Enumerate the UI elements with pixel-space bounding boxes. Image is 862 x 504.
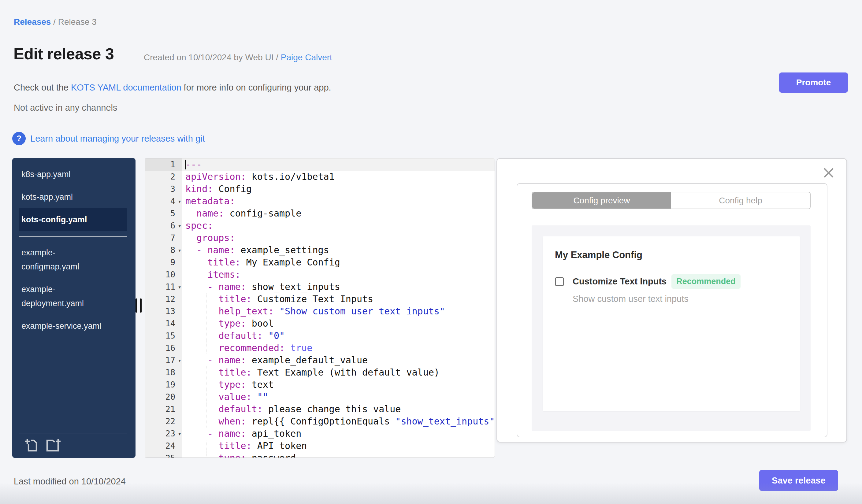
- fold-toggle-icon[interactable]: ▾: [178, 281, 181, 293]
- gutter-line-number: 12: [145, 293, 182, 305]
- file-tree-item-example-configmap.yaml[interactable]: example-configmap.yaml: [19, 241, 127, 278]
- file-tree-item-k8s-app.yaml[interactable]: k8s-app.yaml: [19, 163, 127, 186]
- recommended-badge: Recommended: [671, 274, 741, 289]
- config-preview-area: My Example Config Customize Text Inputs …: [532, 225, 811, 431]
- git-help-row: ? Learn about managing your releases wit…: [12, 132, 205, 146]
- gutter-line-number: 20: [145, 391, 182, 403]
- code-text: groups:: [182, 232, 495, 244]
- code-text: value: "": [182, 391, 495, 403]
- code-text: kind: Config: [182, 183, 495, 195]
- code-line-23[interactable]: 23▾ - name: api_token: [145, 427, 495, 440]
- code-line-9[interactable]: 9 title: My Example Config: [145, 256, 495, 268]
- code-line-24[interactable]: 24 title: API token: [145, 440, 495, 452]
- code-text: title: My Example Config: [182, 256, 495, 268]
- code-line-2[interactable]: 2apiVersion: kots.io/v1beta1: [145, 171, 495, 183]
- left-splitter-grip-a[interactable]: [135, 299, 138, 313]
- code-line-4[interactable]: 4▾metadata:: [145, 195, 495, 207]
- created-text: Created on 10/10/2024 by Web UI /: [144, 53, 281, 62]
- code-text: when: repl{{ ConfigOptionEquals "show_te…: [182, 415, 495, 427]
- code-line-11[interactable]: 11▾ - name: show_text_inputs: [145, 281, 495, 293]
- code-text: type: password: [182, 452, 495, 458]
- gutter-line-number: 2: [145, 171, 182, 183]
- code-text: default: "0": [182, 330, 495, 342]
- file-tree-item-example-deployment.yaml[interactable]: example-deployment.yaml: [19, 278, 127, 315]
- file-tree-item-kots-app.yaml[interactable]: kots-app.yaml: [19, 186, 127, 208]
- code-line-3[interactable]: 3kind: Config: [145, 183, 495, 195]
- file-tree-group-divider: [19, 236, 127, 237]
- breadcrumb: Releases / Release 3: [14, 17, 97, 27]
- file-tree-item-kots-config.yaml[interactable]: kots-config.yaml: [19, 208, 127, 231]
- yaml-code-editor[interactable]: 1---2apiVersion: kots.io/v1beta13kind: C…: [145, 158, 495, 458]
- config-tab-bar: Config preview Config help: [532, 192, 811, 209]
- config-panel-card: Config preview Config help My Example Co…: [517, 183, 827, 437]
- code-line-7[interactable]: 7 groups:: [145, 232, 495, 244]
- code-line-13[interactable]: 13 help_text: "Show custom user text inp…: [145, 305, 495, 317]
- gutter-line-number: 14: [145, 317, 182, 330]
- gutter-line-number: 23▾: [145, 427, 182, 440]
- gutter-line-number: 21: [145, 403, 182, 415]
- author-link[interactable]: Paige Calvert: [281, 53, 332, 62]
- new-file-icon[interactable]: [23, 437, 39, 454]
- code-line-15[interactable]: 15 default: "0": [145, 330, 495, 342]
- gutter-line-number: 6▾: [145, 220, 182, 232]
- save-release-button[interactable]: Save release: [759, 470, 838, 491]
- code-text: help_text: "Show custom user text inputs…: [182, 305, 495, 317]
- code-line-8[interactable]: 8▾ - name: example_settings: [145, 244, 495, 256]
- code-line-22[interactable]: 22 when: repl{{ ConfigOptionEquals "show…: [145, 415, 495, 427]
- code-line-17[interactable]: 17▾ - name: example_default_value: [145, 354, 495, 367]
- code-line-16[interactable]: 16 recommended: true: [145, 342, 495, 354]
- gutter-line-number: 10: [145, 268, 182, 281]
- code-text: - name: show_text_inputs: [182, 281, 495, 293]
- fold-toggle-icon[interactable]: ▾: [178, 195, 181, 207]
- code-text: - name: example_settings: [182, 244, 495, 256]
- fold-toggle-icon[interactable]: ▾: [178, 354, 181, 367]
- code-line-18[interactable]: 18 title: Text Example (with default val…: [145, 367, 495, 379]
- file-tree-actions: [23, 437, 62, 454]
- channel-status: Not active in any channels: [14, 103, 117, 113]
- code-line-20[interactable]: 20 value: "": [145, 391, 495, 403]
- code-text: ---: [182, 158, 495, 171]
- code-line-5[interactable]: 5 name: config-sample: [145, 207, 495, 220]
- close-icon[interactable]: [823, 167, 835, 179]
- gutter-line-number: 11▾: [145, 281, 182, 293]
- file-tree-list: k8s-app.yamlkots-app.yamlkots-config.yam…: [12, 163, 135, 337]
- fold-toggle-icon[interactable]: ▾: [178, 244, 181, 256]
- tab-config-help[interactable]: Config help: [671, 193, 810, 209]
- docs-text-after: for more info on configuring your app.: [181, 82, 331, 92]
- created-line: Created on 10/10/2024 by Web UI / Paige …: [144, 53, 332, 62]
- docs-text-before: Check out the: [14, 82, 71, 92]
- fold-toggle-icon[interactable]: ▾: [178, 220, 181, 232]
- customize-text-inputs-checkbox[interactable]: [555, 277, 564, 286]
- file-tree-item-example-service.yaml[interactable]: example-service.yaml: [19, 315, 127, 337]
- code-line-19[interactable]: 19 type: text: [145, 379, 495, 391]
- code-line-12[interactable]: 12 title: Customize Text Inputs: [145, 293, 495, 305]
- gutter-line-number: 13: [145, 305, 182, 317]
- gutter-line-number: 8▾: [145, 244, 182, 256]
- breadcrumb-releases-link[interactable]: Releases: [14, 17, 51, 27]
- code-text: type: bool: [182, 317, 495, 330]
- promote-button[interactable]: Promote: [779, 72, 848, 93]
- git-releases-link[interactable]: Learn about managing your releases with …: [30, 134, 205, 144]
- new-folder-icon[interactable]: [45, 437, 62, 454]
- last-modified-text: Last modified on 10/10/2024: [14, 477, 126, 487]
- fold-toggle-icon[interactable]: ▾: [178, 427, 181, 440]
- code-text: - name: api_token: [182, 427, 495, 440]
- code-line-6[interactable]: 6▾spec:: [145, 220, 495, 232]
- code-line-10[interactable]: 10 items:: [145, 268, 495, 281]
- config-item-help-text: Show custom user text inputs: [573, 294, 689, 304]
- tab-config-preview[interactable]: Config preview: [532, 193, 671, 209]
- code-text: recommended: true: [182, 342, 495, 354]
- config-panel: Config preview Config help My Example Co…: [496, 158, 847, 442]
- file-tree: k8s-app.yamlkots-app.yamlkots-config.yam…: [12, 158, 135, 458]
- page-title: Edit release 3: [13, 45, 114, 63]
- code-line-25[interactable]: 25 type: password: [145, 452, 495, 458]
- code-line-14[interactable]: 14 type: bool: [145, 317, 495, 330]
- left-splitter-grip-b[interactable]: [140, 299, 142, 313]
- code-line-21[interactable]: 21 default: please change this value: [145, 403, 495, 415]
- config-group-title: My Example Config: [555, 250, 642, 261]
- gutter-line-number: 16: [145, 342, 182, 354]
- gutter-line-number: 18: [145, 367, 182, 379]
- kots-yaml-docs-link[interactable]: KOTS YAML documentation: [71, 82, 181, 92]
- code-line-1[interactable]: 1---: [145, 158, 495, 171]
- config-item-label: Customize Text Inputs: [573, 277, 667, 287]
